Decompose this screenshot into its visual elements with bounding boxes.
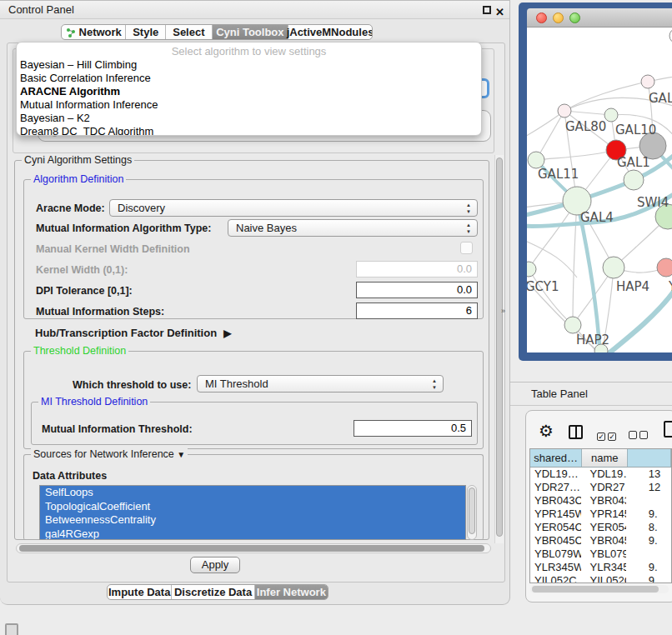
mi-type-select[interactable]: Naive Bayes ▲▼ xyxy=(228,219,478,237)
zoom-traffic-light-icon[interactable] xyxy=(569,12,580,23)
minimize-traffic-light-icon[interactable] xyxy=(553,12,564,23)
network-node-hap4[interactable] xyxy=(603,257,624,278)
network-node-gcy1[interactable] xyxy=(527,262,536,277)
node-attribute-table[interactable]: shared…nameYDL19…YDL19…13YDR27…YDR27…12Y… xyxy=(529,448,672,583)
dpi-tolerance-input[interactable]: 0.0 xyxy=(356,282,478,298)
node-label: GAL10 xyxy=(615,122,656,138)
table-row[interactable]: YER054CYER054C8. xyxy=(530,521,671,534)
hub-factor-expander[interactable]: Hub/Transcription Factor Definition▶ xyxy=(35,327,231,339)
page-icon[interactable] xyxy=(664,421,672,438)
column-header[interactable]: name xyxy=(582,449,628,467)
apply-button[interactable]: Apply xyxy=(190,557,240,573)
table-panel-titlebar: Table Panel xyxy=(510,382,672,406)
cyni-toolbox-content: gal-filtered sif default node Select alg… xyxy=(7,42,505,582)
dropdown-prompt: Select algorithm to view settings xyxy=(17,44,481,58)
mi-steps-input[interactable]: 6 xyxy=(356,302,478,319)
table-cell: 9 xyxy=(626,574,671,583)
split-view-icon[interactable] xyxy=(569,425,583,439)
dock-grip-icon[interactable] xyxy=(5,623,18,635)
settings-vertical-scrollbar[interactable] xyxy=(494,155,504,543)
table-cell: YBR045C xyxy=(581,534,626,548)
group-title: Cyni Algorithm Settings xyxy=(22,154,134,166)
column-header[interactable]: shared… xyxy=(530,449,582,467)
float-window-icon[interactable] xyxy=(483,6,491,14)
table-cell: YBR043C xyxy=(530,494,581,508)
table-cell: YDR27… xyxy=(581,481,626,494)
network-node-gal10[interactable] xyxy=(604,108,618,122)
table-row[interactable]: YBL079WYBL079W xyxy=(530,548,671,561)
network-node-y[interactable] xyxy=(657,258,672,277)
table-panel-title: Table Panel xyxy=(531,388,588,400)
table-row[interactable]: YLR345WYLR345W9. xyxy=(530,561,671,574)
network-node-gal[interactable] xyxy=(641,75,654,88)
table-row[interactable]: YIL052CYIL052C9 xyxy=(530,574,671,583)
table-row[interactable]: YDR27…YDR27…12 xyxy=(530,481,671,494)
select-all-checks-icon[interactable]: ✓✓ xyxy=(597,428,619,442)
deselect-all-boxes-icon[interactable] xyxy=(629,428,650,442)
attribute-item[interactable]: TopologicalCoefficient xyxy=(40,500,465,514)
tab-jactivemnodules[interactable]: jActiveMNodules xyxy=(288,25,372,39)
table-cell: 13 xyxy=(626,468,671,481)
network-canvas[interactable]: GALGAL80GAL10GAL1GAL11SWI4GAL4GCY1HAP4YH… xyxy=(527,28,672,352)
tab-infer-network[interactable]: Infer Network xyxy=(255,585,328,599)
bottom-tab-bar: Impute DataDiscretize DataInfer Network xyxy=(107,584,328,600)
table-cell: 9. xyxy=(626,508,671,521)
manual-kernel-label: Manual Kernel Width Definition xyxy=(36,243,190,255)
table-row[interactable]: YPR145WYPR145W9. xyxy=(530,508,671,521)
mi-threshold-input[interactable]: 0.5 xyxy=(354,420,472,437)
scrollbar-thumb[interactable] xyxy=(469,488,475,534)
list-vertical-scrollbar[interactable] xyxy=(467,485,477,540)
sources-expander[interactable]: Sources for Network Inference ▼ xyxy=(31,448,188,460)
tab-discretize-data[interactable]: Discretize Data xyxy=(172,585,254,599)
tab-style[interactable]: Style xyxy=(126,25,166,39)
close-traffic-light-icon[interactable] xyxy=(536,12,547,23)
settings-gear-icon[interactable]: ⚙ xyxy=(539,421,554,441)
group-title: Algorithm Definition xyxy=(31,173,126,185)
splitter-grip-icon[interactable]: » xyxy=(501,307,505,315)
dropdown-item[interactable]: Dream8 DC_TDC Algorithm xyxy=(17,125,481,136)
network-node-gal80[interactable] xyxy=(558,104,571,118)
network-node-gal11[interactable] xyxy=(528,152,544,168)
table-cell: YBR043C xyxy=(581,494,626,508)
mi-threshold-group: MI Threshold Definition Mutual Informati… xyxy=(31,402,478,445)
control-panel: Control Panel ✕ NetworkStyleSelectCyni T… xyxy=(0,0,510,605)
tab-label: Select xyxy=(173,26,204,38)
close-icon[interactable]: ✕ xyxy=(495,3,504,22)
node-label: Y xyxy=(668,279,672,294)
aracne-mode-select[interactable]: Discovery ▲▼ xyxy=(109,199,478,217)
tab-network[interactable]: Network xyxy=(62,25,126,39)
scrollbar-thumb[interactable] xyxy=(19,545,484,552)
scrollbar-thumb[interactable] xyxy=(532,586,659,592)
scrollbar-thumb[interactable] xyxy=(496,158,503,537)
network-edge xyxy=(564,82,648,111)
attribute-item[interactable]: SelfLoops xyxy=(40,486,465,500)
attribute-item[interactable]: gal4RGexp xyxy=(40,528,465,541)
table-cell: YLR345W xyxy=(530,561,581,574)
manual-kernel-checkbox[interactable] xyxy=(460,242,473,254)
table-row[interactable]: YBR045CYBR045C9. xyxy=(530,534,671,548)
tab-label: Infer Network xyxy=(257,586,326,598)
table-horizontal-scrollbar[interactable] xyxy=(530,585,669,593)
dropdown-item[interactable]: Bayesian – K2 xyxy=(17,112,481,125)
tab-label: Network xyxy=(79,26,122,38)
network-node-hap2[interactable] xyxy=(564,317,581,333)
data-attributes-list[interactable]: SelfLoopsTopologicalCoefficientBetweenne… xyxy=(39,485,466,540)
tab-select[interactable]: Select xyxy=(166,25,213,39)
tab-label: Discretize Data xyxy=(174,586,252,598)
node-label: GAL xyxy=(649,91,672,106)
attribute-item[interactable]: BetweennessCentrality xyxy=(40,513,465,528)
dropdown-item[interactable]: Mutual Information Inference xyxy=(17,98,481,112)
table-row[interactable]: YDL19…YDL19…13 xyxy=(530,468,671,481)
network-icon xyxy=(66,28,76,38)
column-header[interactable] xyxy=(628,449,671,467)
kernel-width-input[interactable]: 0.0 xyxy=(356,261,478,278)
network-node[interactable] xyxy=(624,170,644,190)
table-row[interactable]: YBR043CYBR043C xyxy=(530,494,671,508)
tab-cyni-toolbox[interactable]: Cyni Toolbox xyxy=(213,25,288,39)
dropdown-item[interactable]: Basic Correlation Inference xyxy=(17,72,481,85)
tab-impute-data[interactable]: Impute Data xyxy=(108,585,172,599)
dropdown-item[interactable]: ARACNE Algorithm xyxy=(17,85,481,98)
which-threshold-select[interactable]: MI Threshold ▲▼ xyxy=(197,375,444,392)
dropdown-item[interactable]: Bayesian – Hill Climbing xyxy=(17,58,481,72)
settings-horizontal-scrollbar[interactable] xyxy=(16,543,491,553)
